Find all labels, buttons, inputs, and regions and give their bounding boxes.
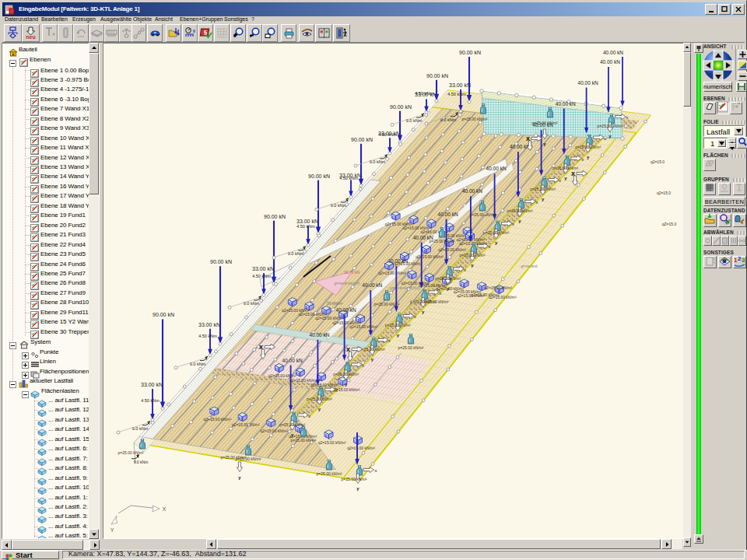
svg-text:x: x [488, 244, 490, 249]
svg-text:x: x [414, 314, 416, 319]
svg-text:p=25.00 kN/m²: p=25.00 kN/m² [470, 212, 496, 217]
svg-text:p=25.00 kN/m²: p=25.00 kN/m² [483, 230, 509, 235]
svg-text:p=25.00 kN/m²: p=25.00 kN/m² [279, 422, 305, 427]
svg-text:x: x [375, 468, 377, 473]
svg-text:90.00 kN: 90.00 kN [351, 137, 373, 142]
svg-text:p=25.00 kN/m²: p=25.00 kN/m² [597, 124, 622, 128]
svg-text:p=25.00 kN/m²: p=25.00 kN/m² [385, 323, 411, 327]
svg-text:40.00 kN: 40.00 kN [336, 307, 356, 313]
svg-text:40.00 kN: 40.00 kN [282, 358, 303, 363]
svg-text:40.00 kN: 40.00 kN [388, 258, 408, 264]
svg-text:x: x [362, 363, 364, 368]
svg-text:p=25.00 kN/m²: p=25.00 kN/m² [333, 372, 359, 376]
svg-text:4.50 kNm: 4.50 kNm [447, 92, 466, 96]
svg-text:q2=15.00 kN/m²: q2=15.00 kN/m² [457, 293, 485, 298]
svg-text:q2=15.00 kN/m²: q2=15.00 kN/m² [489, 295, 517, 299]
svg-text:p=25.00 kN/m²: p=25.00 kN/m² [291, 438, 317, 443]
svg-text:40.00 kN: 40.00 kN [578, 80, 598, 86]
svg-text:4.50 kNm: 4.50 kNm [198, 334, 217, 338]
svg-text:p=25.00 kN/m²: p=25.00 kN/m² [459, 253, 485, 257]
svg-text:33.00 kN: 33.00 kN [198, 322, 220, 327]
svg-text:q2=15.00 kN/m²: q2=15.00 kN/m² [416, 254, 444, 259]
svg-text:40.00 kN: 40.00 kN [486, 166, 507, 171]
svg-text:p=25.00 kN/m²: p=25.00 kN/m² [221, 455, 247, 460]
svg-text:X: X [163, 506, 167, 512]
svg-text:33.00 kN: 33.00 kN [449, 82, 471, 88]
svg-text:p=25.00 kN/m²: p=25.00 kN/m² [532, 121, 558, 125]
svg-text:q2=15.00 kN/m²: q2=15.00 kN/m² [232, 422, 260, 427]
svg-text:p=25.00 kN/m²: p=25.00 kN/m² [359, 347, 385, 352]
svg-text:p=25.00 kN/m²: p=25.00 kN/m² [430, 239, 455, 243]
svg-text:33.00 kN: 33.00 kN [141, 382, 163, 387]
svg-text:90.00 kN: 90.00 kN [390, 104, 412, 110]
svg-text:10.70 kN: 10.70 kN [344, 270, 359, 275]
svg-text:x: x [335, 388, 338, 393]
svg-text:p=25.00 kN/m²: p=25.00 kN/m² [575, 145, 601, 149]
svg-text:Y: Y [110, 527, 114, 533]
svg-text:x: x [464, 268, 466, 272]
svg-text:g=veränd: g=veränd [521, 264, 538, 268]
svg-text:x: x [512, 222, 514, 226]
svg-text:q2=15.00 kN/m²: q2=15.00 kN/m² [378, 271, 406, 275]
svg-text:p=25.00 kN/m²: p=25.00 kN/m² [410, 299, 436, 304]
svg-text:40.00 kN: 40.00 kN [362, 282, 382, 288]
svg-text:9.0 kNm: 9.0 kNm [134, 460, 149, 464]
svg-text:qZ=15.00 kN/m²: qZ=15.00 kN/m² [484, 285, 512, 290]
svg-text:p=25.00 kN/m²: p=25.00 kN/m² [307, 397, 332, 401]
svg-text:40.00 kN: 40.00 kN [556, 101, 576, 107]
svg-text:p=25.00 kN/m²: p=25.00 kN/m² [530, 187, 556, 191]
svg-text:p=25.00 kN/m²: p=25.00 kN/m² [435, 276, 461, 281]
svg-text:§: § [203, 29, 207, 36]
svg-text:p=25.00 kN/m²: p=25.00 kN/m² [342, 477, 367, 481]
svg-text:4.50 kNm: 4.50 kNm [296, 224, 315, 229]
svg-text:90.00 kN: 90.00 kN [426, 73, 448, 79]
svg-text:x: x [439, 291, 441, 296]
svg-text:4.50 kNm: 4.50 kNm [378, 132, 397, 137]
svg-text:4.50 kNm: 4.50 kNm [415, 91, 433, 96]
svg-text:40.00 kN: 40.00 kN [603, 50, 623, 55]
svg-text:q2=15.0: q2=15.0 [657, 191, 671, 195]
svg-text:40.00 kN: 40.00 kN [600, 59, 620, 65]
svg-text:33.00 kN: 33.00 kN [252, 266, 274, 271]
svg-text:p=25.00 kN/m²: p=25.00 kN/m² [374, 302, 400, 306]
svg-text:x: x [626, 115, 628, 120]
svg-text:neu: neu [26, 34, 35, 40]
svg-text:qZ=15.0: qZ=15.0 [662, 222, 677, 226]
svg-text:p=25.00 kN/m²: p=25.00 kN/m² [317, 471, 342, 476]
svg-text:90.00 kN: 90.00 kN [459, 50, 481, 55]
svg-text:40.00 kN: 40.00 kN [438, 212, 458, 217]
svg-text:40.00 kN: 40.00 kN [462, 188, 482, 194]
svg-text:90.00 kN: 90.00 kN [153, 312, 174, 317]
svg-text:39 kN/m²: 39 kN/m² [327, 301, 343, 306]
svg-text:3: 3 [742, 257, 745, 264]
svg-text:x: x [535, 200, 538, 205]
svg-text:x: x [388, 338, 391, 343]
svg-text:x: x [559, 178, 561, 183]
svg-text:x: x [604, 136, 606, 141]
svg-text:90.00 kN: 90.00 kN [264, 214, 286, 219]
svg-text:p=25.00 kN/m²: p=25.00 kN/m² [462, 117, 488, 121]
svg-text:q2=15.0: q2=15.0 [651, 159, 665, 164]
svg-text:4.50 kNm: 4.50 kNm [252, 274, 271, 278]
svg-text:q2=15.00 kN/m²: q2=15.00 kN/m² [260, 429, 288, 433]
svg-text:p=25.00 kN/m²: p=25.00 kN/m² [398, 345, 424, 350]
svg-text:p=25.00 kN/m²: p=25.00 kN/m² [507, 208, 532, 213]
svg-text:4.50 kNm: 4.50 kNm [141, 398, 160, 403]
svg-text:g=veränderlich: g=veränderlich [335, 281, 360, 285]
svg-text:p=25.00 kN/m²: p=25.00 kN/m² [118, 450, 144, 455]
svg-text:4.50 kNm: 4.50 kNm [339, 176, 358, 180]
svg-text:90.00 kN: 90.00 kN [210, 259, 232, 264]
svg-text:q=veränderlich(s): q=veränderlich(s) [390, 285, 420, 290]
svg-text:q2=15.00 kN/m²: q2=15.00 kN/m² [438, 247, 466, 252]
svg-text:90.00 kN: 90.00 kN [308, 173, 330, 179]
svg-text:q2=15.00 kN/m²: q2=15.00 kN/m² [203, 417, 231, 422]
svg-text:x: x [308, 414, 310, 418]
svg-text:x: x [581, 157, 584, 162]
svg-text:40.00 kN: 40.00 kN [309, 332, 329, 338]
svg-text:q2=15.00 kN/m²: q2=15.00 kN/m² [347, 446, 375, 450]
svg-text:q2=15.00 kN/m²: q2=15.00 kN/m² [318, 440, 346, 445]
svg-text:q2=15.00 kN/m²: q2=15.00 kN/m² [349, 324, 377, 329]
